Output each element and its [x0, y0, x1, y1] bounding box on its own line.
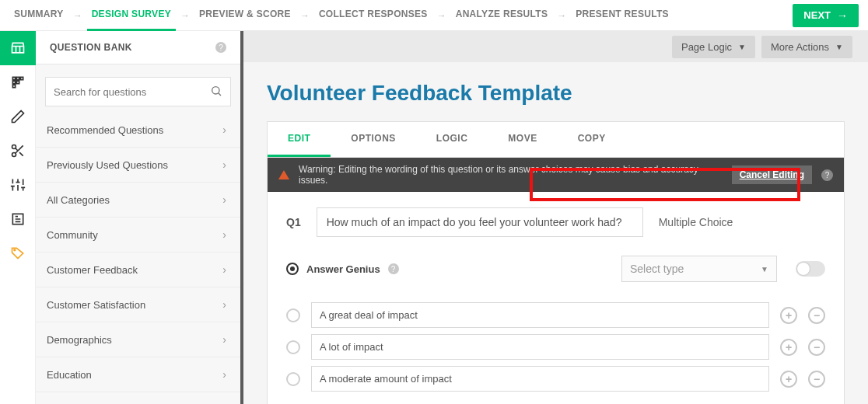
content-area: Page Logic ▼ More Actions ▼ Volunteer Fe…	[243, 31, 868, 404]
rail-layout-icon[interactable]	[0, 202, 36, 236]
question-row: Q1 Multiple Choice	[268, 192, 844, 252]
question-editor-card: EDIT OPTIONS LOGIC MOVE COPY Warning: Ed…	[267, 121, 845, 404]
tab-edit[interactable]: EDIT	[268, 122, 331, 157]
search-icon	[210, 85, 222, 99]
caret-down-icon: ▼	[835, 43, 843, 51]
remove-answer-button[interactable]: −	[808, 307, 825, 324]
answer-input[interactable]	[311, 334, 769, 360]
editor-tabs: EDIT OPTIONS LOGIC MOVE COPY	[268, 122, 844, 158]
select-type-dropdown[interactable]: Select type ▼	[621, 256, 777, 282]
step-separator: →	[73, 10, 82, 21]
rail-build-icon[interactable]	[0, 31, 36, 65]
next-button[interactable]: NEXT →	[793, 4, 859, 27]
chevron-right-icon: ›	[222, 368, 226, 381]
warning-bar: Warning: Editing the wording of this que…	[268, 158, 844, 192]
chevron-right-icon: ›	[222, 263, 226, 276]
page-logic-button[interactable]: Page Logic ▼	[672, 36, 755, 58]
answer-genius-row: Answer Genius ? Select type ▼	[268, 252, 844, 294]
tab-logic[interactable]: LOGIC	[416, 122, 488, 157]
icon-rail	[0, 31, 36, 404]
answer-input[interactable]	[311, 366, 769, 392]
answer-row: + −	[286, 302, 825, 328]
help-icon[interactable]: ?	[388, 263, 399, 274]
step-separator: →	[180, 10, 190, 21]
answer-row: + −	[286, 334, 825, 360]
step-collect-responses[interactable]: COLLECT RESPONSES	[314, 0, 432, 31]
category-customer-feedback[interactable]: Customer Feedback›	[36, 252, 240, 287]
more-actions-button[interactable]: More Actions ▼	[761, 36, 852, 58]
category-education[interactable]: Education›	[36, 357, 240, 392]
category-recommended-questions[interactable]: Recommended Questions›	[36, 113, 240, 148]
question-type-label[interactable]: Multiple Choice	[659, 216, 733, 228]
cancel-editing-button[interactable]: Cancel Editing	[732, 165, 812, 184]
svg-point-4	[212, 86, 219, 93]
main-layout: QUESTION BANK ? Recommended Questions› P…	[0, 31, 868, 404]
add-answer-button[interactable]: +	[780, 371, 797, 388]
caret-down-icon: ▼	[738, 43, 746, 51]
category-community[interactable]: Community›	[36, 218, 240, 252]
question-bank-header: QUESTION BANK ?	[36, 31, 240, 64]
answer-genius-toggle[interactable]	[796, 261, 825, 277]
rail-pencil-icon[interactable]	[0, 99, 36, 134]
rail-chart-icon[interactable]	[0, 65, 36, 99]
step-separator: →	[437, 10, 446, 21]
question-search[interactable]	[45, 77, 231, 106]
step-summary[interactable]: SUMMARY	[9, 0, 68, 31]
category-previously-used-questions[interactable]: Previously Used Questions›	[36, 148, 240, 183]
next-button-label: NEXT	[803, 9, 831, 21]
svg-point-3	[14, 249, 16, 251]
category-all-categories[interactable]: All Categories›	[36, 183, 240, 218]
add-answer-button[interactable]: +	[780, 339, 797, 356]
chevron-right-icon: ›	[222, 193, 226, 206]
chevron-right-icon: ›	[222, 228, 226, 241]
answer-input[interactable]	[311, 302, 769, 328]
arrow-right-icon: →	[837, 9, 848, 22]
rail-tag-icon[interactable]	[0, 236, 36, 270]
rail-scissors-icon[interactable]	[0, 134, 36, 168]
caret-down-icon: ▼	[761, 265, 768, 273]
answer-row: + −	[286, 366, 825, 392]
svg-point-0	[12, 145, 16, 149]
question-search-input[interactable]	[54, 86, 210, 98]
rail-sliders-icon[interactable]	[0, 168, 36, 202]
chevron-right-icon: ›	[222, 333, 226, 346]
tab-options[interactable]: OPTIONS	[331, 122, 416, 157]
tab-copy[interactable]: COPY	[558, 122, 626, 157]
warning-icon	[278, 170, 289, 179]
survey-title: Volunteer Feedback Template	[243, 62, 868, 113]
remove-answer-button[interactable]: −	[808, 339, 825, 356]
radio-icon	[286, 340, 300, 354]
step-separator: →	[557, 10, 566, 21]
radio-icon	[286, 308, 300, 322]
chevron-right-icon: ›	[222, 124, 226, 136]
add-answer-button[interactable]: +	[780, 307, 797, 324]
step-design-survey[interactable]: DESIGN SURVEY	[87, 0, 176, 31]
content-topbar: Page Logic ▼ More Actions ▼	[243, 31, 868, 62]
answer-genius-label: Answer Genius	[306, 263, 380, 275]
chevron-right-icon: ›	[222, 298, 226, 311]
question-bank-title: QUESTION BANK	[50, 42, 215, 53]
question-number: Q1	[286, 216, 301, 228]
category-customer-satisfaction[interactable]: Customer Satisfaction›	[36, 287, 240, 322]
tab-move[interactable]: MOVE	[488, 122, 557, 157]
category-demographics[interactable]: Demographics›	[36, 322, 240, 357]
answer-list: + − + − + −	[268, 294, 844, 404]
wizard-steps: SUMMARY → DESIGN SURVEY → PREVIEW & SCOR…	[9, 0, 674, 31]
warning-message: Warning: Editing the wording of this que…	[299, 164, 723, 186]
help-icon[interactable]: ?	[821, 169, 833, 181]
remove-answer-button[interactable]: −	[808, 371, 825, 388]
question-bank-sidebar: QUESTION BANK ? Recommended Questions› P…	[36, 31, 243, 404]
chevron-right-icon: ›	[222, 158, 226, 171]
question-text-input[interactable]	[317, 207, 643, 237]
step-analyze-results[interactable]: ANALYZE RESULTS	[451, 0, 553, 31]
step-separator: →	[300, 10, 310, 21]
question-bank-categories: Recommended Questions› Previously Used Q…	[36, 113, 240, 404]
answer-genius-icon	[286, 263, 299, 275]
top-nav: SUMMARY → DESIGN SURVEY → PREVIEW & SCOR…	[0, 0, 868, 31]
help-icon[interactable]: ?	[215, 42, 226, 53]
svg-point-1	[12, 153, 16, 157]
radio-icon	[286, 372, 300, 386]
step-present-results[interactable]: PRESENT RESULTS	[571, 0, 674, 31]
step-preview-score[interactable]: PREVIEW & SCORE	[194, 0, 296, 31]
